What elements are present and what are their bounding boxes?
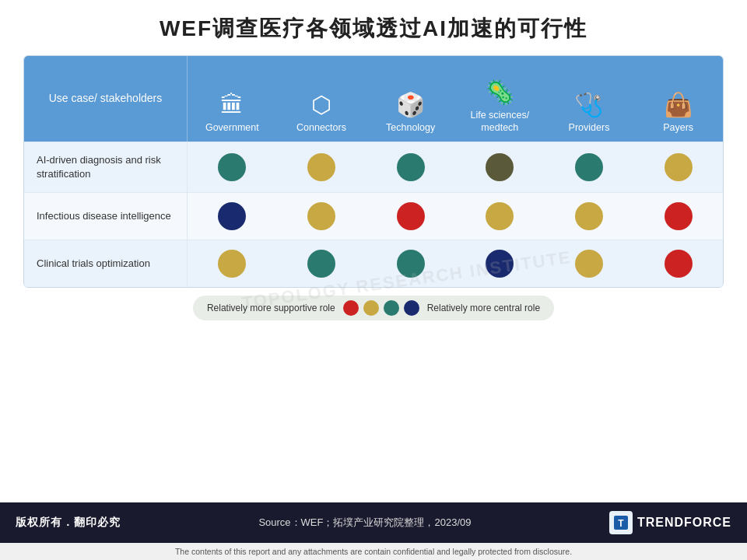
dot-cell [366, 142, 455, 192]
dot-cell [188, 193, 277, 240]
row-label-1: Infectious disease intelligence [24, 193, 188, 240]
dot-cell [455, 142, 545, 192]
disclaimer-text: The contents of this report and any atta… [0, 543, 747, 560]
legend-area: Relatively more supportive role Relative… [23, 288, 724, 327]
legend-dot-navy [404, 300, 419, 316]
dot-cell [188, 142, 277, 192]
dot [307, 202, 335, 230]
dot [397, 153, 425, 181]
government-icon: 🏛 [220, 93, 244, 117]
page-title: WEF调查医疗各领域透过AI加速的可行性 [0, 0, 747, 51]
footer-bar: 版权所有．翻印必究 Source：WEF；拓墣产业研究院整理，2023/09 T… [0, 502, 747, 543]
legend-dots [343, 300, 419, 316]
matrix-table: Use case/ stakeholders 🏛 Government ⬡ Co… [23, 55, 724, 288]
dot-cell [633, 193, 723, 240]
legend-dot-red [343, 300, 359, 316]
dot-cell [455, 240, 545, 287]
dot-cell [277, 240, 366, 287]
trendforce-label: TRENDFORCE [637, 516, 731, 530]
dot [218, 153, 246, 181]
col-header-connectors: ⬡ Connectors [277, 56, 366, 142]
dot [575, 202, 603, 230]
legend-right-text: Relatively more central role [427, 303, 540, 313]
providers-icon: 🩺 [574, 93, 603, 117]
dot [486, 202, 514, 230]
dot [486, 250, 514, 278]
dot [218, 250, 246, 278]
chart-wrapper: Use case/ stakeholders 🏛 Government ⬡ Co… [0, 51, 747, 502]
technology-icon: 🎲 [396, 93, 425, 117]
dot-cell [545, 240, 634, 287]
legend-dot-yellow [363, 300, 379, 316]
dot [307, 250, 335, 278]
dot-cell [545, 142, 634, 192]
trendforce-logo: T TRENDFORCE [609, 511, 731, 534]
dot-cell [545, 193, 634, 240]
trendforce-icon: T [609, 511, 633, 534]
dot-cell [633, 240, 723, 287]
dot [575, 153, 603, 181]
dot [397, 250, 425, 278]
dot-cell [188, 240, 277, 287]
legend-dot-teal [384, 300, 399, 316]
dot-cell [366, 193, 455, 240]
main-container: WEF调查医疗各领域透过AI加速的可行性 Use case/ stakehold… [0, 0, 747, 560]
payers-icon: 👜 [664, 93, 693, 117]
dot [486, 153, 514, 181]
row-label-2: Clinical trials optimization [24, 240, 188, 287]
table-row: Infectious disease intelligence [24, 192, 723, 240]
table-header: Use case/ stakeholders 🏛 Government ⬡ Co… [24, 56, 723, 142]
dot [665, 250, 693, 278]
col-header-government: 🏛 Government [188, 56, 277, 142]
svg-text:T: T [618, 518, 624, 529]
connectors-icon: ⬡ [311, 93, 331, 117]
table-row: AI-driven diagnosis and risk stratificat… [24, 142, 723, 192]
use-case-header: Use case/ stakeholders [24, 56, 188, 142]
logo-area: T TRENDFORCE [609, 511, 731, 534]
copyright-text: 版权所有．翻印必究 [16, 516, 121, 530]
dot-cell [277, 142, 366, 192]
dot [307, 153, 335, 181]
dot [665, 202, 693, 230]
dot-cell [633, 142, 723, 192]
dot [218, 202, 246, 230]
legend-left-text: Relatively more supportive role [207, 303, 335, 313]
col-header-technology: 🎲 Technology [366, 56, 455, 142]
row-label-0: AI-driven diagnosis and risk stratificat… [24, 142, 188, 192]
dot [665, 153, 693, 181]
lifesciences-icon: 🦠 [486, 81, 514, 104]
col-header-providers: 🩺 Providers [545, 56, 634, 142]
dot [397, 202, 425, 230]
dot [575, 250, 603, 278]
table-row: Clinical trials optimization [24, 240, 723, 287]
source-text: Source：WEF；拓墣产业研究院整理，2023/09 [258, 516, 471, 530]
dot-cell [455, 193, 545, 240]
col-header-payers: 👜 Payers [633, 56, 723, 142]
dot-cell [277, 193, 366, 240]
col-header-lifesciences: 🦠 Life sciences/ medtech [455, 56, 545, 142]
legend-box: Relatively more supportive role Relative… [193, 296, 554, 320]
dot-cell [366, 240, 455, 287]
